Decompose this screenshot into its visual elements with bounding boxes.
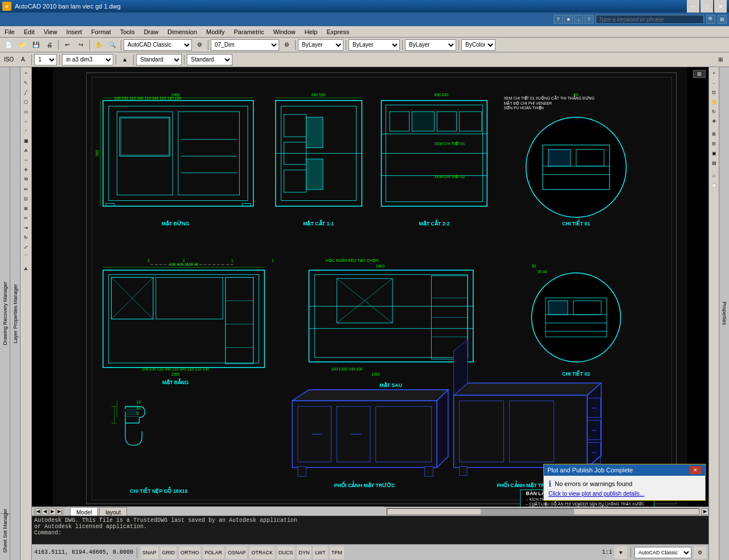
- menu-dimension[interactable]: Dimension: [163, 27, 202, 36]
- tab-last-button[interactable]: ▶|: [56, 508, 63, 515]
- notification-link[interactable]: Click to view plot and publish details..…: [548, 491, 701, 497]
- menu-file[interactable]: File: [0, 27, 19, 36]
- maximize-viewport-icon[interactable]: ⊞: [693, 70, 706, 78]
- lt-offset[interactable]: ⊡: [22, 194, 31, 203]
- menu-modify[interactable]: Modify: [202, 27, 229, 36]
- lw-toggle[interactable]: LWT: [313, 546, 327, 559]
- zoom-button[interactable]: 🔍: [106, 39, 118, 51]
- scale-dropdown[interactable]: 1: [34, 54, 57, 65]
- lt-snap[interactable]: +: [22, 68, 31, 77]
- layer-properties-panel[interactable]: Layer Properties Manager: [10, 67, 21, 560]
- osnap-toggle[interactable]: OSNAP: [226, 546, 248, 559]
- tab-prev-button[interactable]: ◀: [42, 508, 48, 515]
- search-expand-icon[interactable]: ⊞: [718, 15, 727, 24]
- layer-settings-icon[interactable]: ⚙: [280, 39, 293, 51]
- status-settings-icon[interactable]: ⚙: [694, 546, 706, 559]
- lt-poly[interactable]: ⬡: [22, 97, 31, 106]
- text-dropdown[interactable]: Standard: [187, 54, 232, 65]
- lt-arc[interactable]: ◜: [22, 126, 31, 135]
- restore-button[interactable]: □: [701, 0, 713, 13]
- rt-btn1[interactable]: ⊞: [710, 129, 719, 138]
- tab-first-button[interactable]: |◀: [34, 508, 41, 515]
- hscrollbar-track[interactable]: [387, 508, 700, 515]
- polar-toggle[interactable]: POLAR: [203, 546, 224, 559]
- save-button[interactable]: 💾: [30, 39, 42, 51]
- rt-pan[interactable]: ✋: [710, 97, 719, 106]
- hscrollbar-thumb[interactable]: [481, 509, 574, 514]
- t2-btn1[interactable]: ISO: [2, 53, 15, 66]
- color-dropdown[interactable]: ByLayer: [298, 39, 343, 51]
- units-dropdown[interactable]: in a3 dim3: [62, 54, 113, 65]
- lt-extend[interactable]: ⇥: [22, 223, 31, 232]
- ducs-toggle[interactable]: DUCS: [277, 546, 295, 559]
- lt-hatch[interactable]: ▦: [22, 136, 31, 145]
- rt-btn2[interactable]: ⊟: [710, 139, 719, 148]
- rt-zoom-out[interactable]: -: [710, 78, 719, 87]
- rt-view[interactable]: 👁: [710, 117, 719, 126]
- menu-express[interactable]: Express: [322, 27, 354, 36]
- t2-btn2[interactable]: A: [17, 53, 29, 66]
- workspace-settings-icon[interactable]: ⚙: [193, 39, 206, 51]
- new-button[interactable]: 📄: [2, 39, 15, 51]
- notification-close-icon[interactable]: ✕: [689, 466, 702, 474]
- plot-button[interactable]: 🖨: [43, 39, 56, 51]
- pan-button[interactable]: ✋: [92, 39, 105, 51]
- style-dropdown[interactable]: Standard: [136, 54, 182, 65]
- drawing-area[interactable]: 1960 780 MẶT ĐỨNG 100 130 110 340 110 34…: [32, 67, 708, 507]
- tab-next-button[interactable]: ▶: [49, 508, 56, 515]
- hscroll[interactable]: |◀ ◀ ▶ ▶| Model layout ▶: [32, 507, 708, 516]
- linetype-dropdown[interactable]: ByLayer: [349, 39, 400, 51]
- close-button[interactable]: ✕: [714, 0, 727, 13]
- menu-view[interactable]: View: [39, 27, 62, 36]
- otrack-toggle[interactable]: OTRACK: [249, 546, 275, 559]
- lt-dim[interactable]: ↔: [22, 155, 31, 164]
- search-help2-icon[interactable]: ?: [584, 15, 593, 24]
- lt-circle[interactable]: ○: [22, 117, 31, 126]
- rt-btn6[interactable]: 📋: [710, 180, 719, 190]
- snap-toggle[interactable]: SNAP: [141, 546, 158, 559]
- menu-help[interactable]: Help: [300, 27, 322, 36]
- lt-layer-a[interactable]: A: [22, 264, 31, 273]
- rt-btn3[interactable]: ▣: [710, 149, 719, 158]
- menu-parametric[interactable]: Parametric: [229, 27, 268, 36]
- rt-btn5[interactable]: ⌂: [710, 171, 719, 180]
- rt-btn4[interactable]: ▤: [710, 158, 719, 167]
- lt-fillet[interactable]: ⌒: [22, 252, 31, 261]
- lt-trim[interactable]: ✂: [22, 213, 31, 223]
- lt-arrow[interactable]: ↖: [22, 78, 31, 87]
- sheet-set-manager[interactable]: Sheet Set Manager: [0, 513, 10, 547]
- workspace-status-dropdown[interactable]: AutoCAD Classic: [634, 547, 691, 558]
- ortho-toggle[interactable]: ORTHO: [179, 546, 200, 559]
- lt-rotate[interactable]: ↻: [22, 233, 31, 242]
- lt-copy[interactable]: ⧉: [22, 175, 31, 184]
- menu-edit[interactable]: Edit: [19, 27, 39, 36]
- search-arrow-icon[interactable]: ↓: [574, 15, 583, 24]
- rt-zoom-in[interactable]: +: [710, 68, 719, 77]
- minimize-button[interactable]: ─: [687, 0, 699, 13]
- menu-tools[interactable]: Tools: [116, 27, 140, 36]
- lt-move[interactable]: ✛: [22, 165, 31, 174]
- lt-text[interactable]: A: [22, 146, 31, 155]
- layer-dropdown[interactable]: 07_Dim: [211, 39, 279, 51]
- search-help-icon[interactable]: ?: [554, 15, 563, 24]
- menu-window[interactable]: Window: [269, 27, 300, 36]
- drawing-recovery-panel[interactable]: Drawing Recovery Manager: [0, 67, 10, 560]
- t2-btn3[interactable]: ▲: [118, 53, 131, 66]
- search-execute-icon[interactable]: 🔍: [706, 15, 715, 24]
- plotstyle-dropdown[interactable]: ByColor: [461, 39, 495, 51]
- lt-mirror[interactable]: ⇔: [22, 184, 31, 193]
- lt-line[interactable]: ╱: [22, 88, 31, 97]
- dyn-toggle[interactable]: DYN: [297, 546, 311, 559]
- menu-insert[interactable]: Insert: [62, 27, 87, 36]
- undo-button[interactable]: ↩: [61, 39, 73, 51]
- tpm-toggle[interactable]: TPM: [330, 546, 344, 559]
- lineweight-dropdown[interactable]: ByLayer: [405, 39, 456, 51]
- menu-format[interactable]: Format: [87, 27, 116, 36]
- lt-scale[interactable]: ⤢: [22, 242, 31, 252]
- properties-panel[interactable]: Properties: [719, 67, 729, 560]
- annotation-scale-button[interactable]: ▼: [615, 546, 627, 559]
- search-input[interactable]: [596, 15, 704, 24]
- workspace-dropdown[interactable]: AutoCAD Classic: [124, 39, 192, 51]
- lt-array[interactable]: ⊞: [22, 204, 31, 213]
- rt-zoom-extent[interactable]: ⊡: [710, 88, 719, 97]
